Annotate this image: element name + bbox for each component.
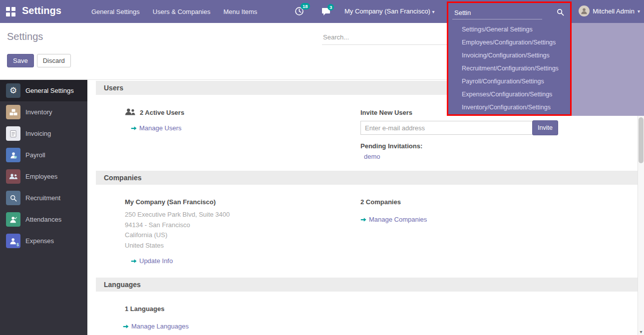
attendance-person-icon	[6, 212, 20, 227]
sidebar-item-recruitment[interactable]: Recruitment	[0, 187, 87, 209]
search-icon[interactable]	[557, 8, 564, 18]
sidebar-item-general-settings[interactable]: ⚙ General Settings	[0, 80, 87, 101]
active-users-count: 2 Active Users	[140, 109, 184, 116]
manage-languages-link[interactable]: Manage Languages	[123, 323, 189, 330]
arrow-right-icon	[360, 217, 366, 223]
boxes-icon	[6, 105, 20, 119]
menu-general-settings[interactable]: General Settings	[91, 8, 140, 15]
search-result-item[interactable]: Settings/General Settings	[448, 23, 570, 36]
chevron-down-icon: ▾	[638, 8, 640, 14]
breadcrumb: Settings	[7, 31, 43, 42]
sidebar-item-label: Inventory	[25, 108, 52, 116]
magnifier-icon	[6, 191, 20, 205]
sidebar-item-label: Attendances	[25, 216, 61, 223]
sidebar-item-label: Employees	[25, 173, 57, 180]
chevron-down-icon: ▾	[432, 9, 435, 14]
search-result-item[interactable]: Employees/Configuration/Settings	[448, 36, 570, 49]
company-address-line: 250 Executive Park Blvd, Suite 3400	[125, 211, 230, 218]
update-info-link[interactable]: Update Info	[131, 257, 173, 265]
sidebar-item-invoicing[interactable]: Invoicing	[0, 123, 87, 144]
pending-invitations-label: Pending Invitations:	[360, 142, 422, 150]
manage-languages-label: Manage Languages	[131, 323, 189, 330]
messages-badge: 3	[327, 4, 334, 10]
search-result-item[interactable]: Invoicing/Configuration/Settings	[448, 49, 570, 62]
company-address-line: 94134 - San Francisco	[125, 221, 190, 229]
company-switcher-label: My Company (San Francisco)	[344, 7, 430, 15]
arrow-right-icon	[123, 324, 129, 330]
control-panel-buttons: Save Discard	[7, 54, 71, 67]
invite-email-input[interactable]	[360, 121, 533, 135]
languages-count: 1 Languages	[125, 305, 164, 313]
sidebar-item-employees[interactable]: Employees	[0, 166, 87, 187]
activities-clock-icon[interactable]: 18	[295, 6, 304, 18]
search-result-item[interactable]: Expenses/Configuration/Settings	[448, 88, 570, 101]
users-icon	[125, 108, 136, 118]
arrow-right-icon	[131, 125, 137, 131]
gear-icon: ⚙	[6, 83, 20, 98]
search-result-item[interactable]: Inventory/Configuration/Settings	[448, 101, 570, 114]
sidebar-item-attendances[interactable]: Attendances	[0, 209, 87, 230]
settings-sidebar: ⚙ General Settings Inventory Invoicing P…	[0, 80, 87, 335]
people-icon	[6, 169, 20, 184]
search-input[interactable]	[322, 30, 449, 45]
menu-users-companies[interactable]: Users & Companies	[153, 8, 211, 15]
company-switcher[interactable]: My Company (San Francisco) ▾	[344, 7, 435, 15]
sidebar-item-label: General Settings	[25, 87, 74, 94]
manage-users-link[interactable]: Manage Users	[131, 124, 182, 132]
company-address-line: California (US)	[125, 231, 167, 239]
arrow-right-icon	[131, 258, 137, 264]
companies-count: 2 Companies	[360, 198, 401, 206]
pending-user-link[interactable]: demo	[364, 153, 380, 160]
sidebar-item-expenses[interactable]: $ Expenses	[0, 230, 87, 252]
messages-bubble-icon[interactable]: 3	[322, 7, 330, 17]
sidebar-item-inventory[interactable]: Inventory	[0, 101, 87, 123]
navbar-menu: General Settings Users & Companies Menu …	[91, 0, 257, 23]
dollar-icon: $	[16, 242, 19, 247]
menu-search-dropdown: Settings/General Settings Employees/Conf…	[447, 1, 572, 116]
user-menu[interactable]: Mitchell Admin ▾	[579, 5, 640, 16]
search-result-item[interactable]: Recruitment/Configuration/Settings	[448, 62, 570, 75]
update-info-label: Update Info	[139, 257, 173, 265]
search-result-item[interactable]: Payroll/Configuration/Settings	[448, 75, 570, 88]
payroll-person-icon	[6, 148, 20, 162]
sidebar-item-label: Recruitment	[25, 194, 60, 202]
manage-users-label: Manage Users	[139, 124, 182, 132]
odoo-settings-screen: Settings General Settings Users & Compan…	[0, 0, 644, 335]
vertical-scrollbar[interactable]: ▾	[638, 116, 644, 335]
save-button[interactable]: Save	[7, 54, 34, 67]
menu-menu-items[interactable]: Menu Items	[223, 8, 257, 15]
invite-new-users-title: Invite New Users	[360, 109, 412, 116]
manage-companies-link[interactable]: Manage Companies	[360, 216, 427, 223]
menu-search-input[interactable]	[453, 6, 543, 18]
sidebar-item-label: Expenses	[25, 237, 54, 245]
discard-button[interactable]: Discard	[37, 54, 71, 67]
app-title: Settings	[22, 5, 61, 16]
section-header-languages: Languages	[96, 278, 638, 292]
scrollbar-thumb[interactable]	[639, 117, 644, 163]
user-menu-panel	[572, 23, 644, 116]
manage-companies-label: Manage Companies	[369, 216, 427, 223]
activities-badge: 18	[301, 3, 310, 9]
search-input-underline	[452, 19, 542, 19]
company-address-line: United States	[125, 242, 164, 249]
sidebar-item-label: Payroll	[25, 151, 45, 159]
document-icon	[6, 126, 20, 141]
apps-grid-icon[interactable]	[6, 7, 15, 16]
avatar	[579, 5, 590, 16]
sidebar-item-payroll[interactable]: Payroll	[0, 144, 87, 166]
company-name: My Company (San Francisco)	[125, 198, 216, 206]
search-results-list: Settings/General Settings Employees/Conf…	[448, 23, 570, 114]
section-header-companies: Companies	[96, 171, 638, 185]
invite-button[interactable]: Invite	[532, 120, 558, 135]
user-name: Mitchell Admin	[593, 7, 635, 15]
scrollbar-down-arrow[interactable]: ▾	[638, 329, 644, 335]
expense-person-icon: $	[6, 234, 20, 248]
sidebar-item-label: Invoicing	[25, 130, 51, 137]
